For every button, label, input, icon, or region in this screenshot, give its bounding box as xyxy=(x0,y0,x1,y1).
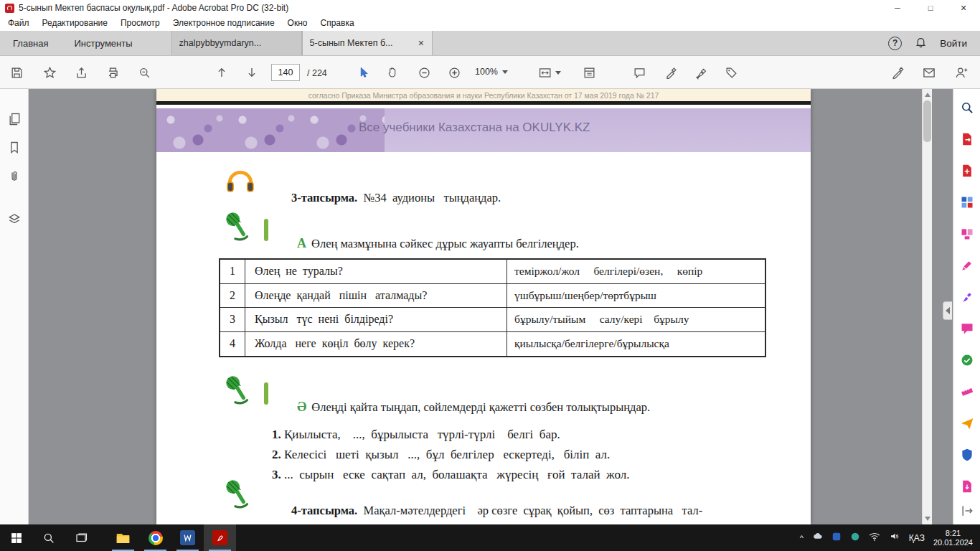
tool-send-signature-icon[interactable] xyxy=(960,416,974,430)
tool-protect-icon[interactable] xyxy=(960,448,974,462)
marquee-zoom-icon[interactable] xyxy=(135,65,154,80)
row-question: Өлең не туралы? xyxy=(245,260,507,283)
file-explorer-button[interactable] xyxy=(107,524,139,551)
forms-icon[interactable] xyxy=(722,65,740,80)
chevron-down-icon xyxy=(502,70,508,74)
sign-icon[interactable] xyxy=(692,65,710,80)
menubar: Файл Редактирование Просмотр Электронное… xyxy=(0,16,980,31)
start-button[interactable] xyxy=(0,524,32,551)
acrobat-icon xyxy=(212,530,227,545)
row-number: 4 xyxy=(220,332,245,357)
tool-combine-files-icon[interactable] xyxy=(960,195,974,209)
menu-help[interactable]: Справка xyxy=(314,16,361,31)
tray-icon-1[interactable] xyxy=(812,531,823,545)
chrome-button[interactable] xyxy=(139,524,171,551)
menu-view[interactable]: Просмотр xyxy=(114,16,166,31)
taskbar-search-icon[interactable] xyxy=(32,524,65,551)
layers-icon[interactable] xyxy=(7,212,22,227)
fit-width-icon[interactable] xyxy=(537,65,562,80)
hand-tool-icon[interactable] xyxy=(383,65,402,80)
tool-comment-icon[interactable] xyxy=(960,321,974,336)
bookmarks-icon[interactable] xyxy=(7,141,22,155)
zoom-in-icon[interactable] xyxy=(445,65,463,80)
clock-time: 8:21 xyxy=(933,529,973,538)
zoom-level-select[interactable]: 100% xyxy=(475,67,508,77)
page-scrolling-icon[interactable] xyxy=(960,504,974,518)
tab-tools[interactable]: Инструменты xyxy=(61,31,145,55)
language-indicator[interactable]: ҚАЗ xyxy=(909,533,925,543)
task3-line: 3-тапсырма. №34 аудионы тыңдаңдар. xyxy=(268,176,501,220)
tray-icon-2[interactable] xyxy=(831,532,842,545)
save-icon[interactable] xyxy=(7,65,26,80)
tool-create-pdf-icon[interactable] xyxy=(960,164,974,178)
titlebar: 5-сынып Мектеп баспасы оқулық.pdf - Adob… xyxy=(0,0,980,16)
taskbar-clock[interactable]: 8:21 20.01.2024 xyxy=(933,529,973,547)
close-button[interactable]: ✕ xyxy=(947,0,980,16)
page-thumbnails-icon[interactable] xyxy=(7,112,22,126)
microphone-icon xyxy=(221,373,255,409)
word-button[interactable] xyxy=(171,524,204,551)
previous-page-icon[interactable] xyxy=(212,65,231,80)
account-person-icon[interactable] xyxy=(951,65,970,80)
exercise-text: ... сырын еске сақтап ал, болашақта жүре… xyxy=(284,468,629,481)
doc-tab-2[interactable]: 5-сынып Мектеп б... ✕ xyxy=(302,31,433,55)
doc-tab-2-close-icon[interactable]: ✕ xyxy=(418,39,424,48)
next-page-icon[interactable] xyxy=(242,65,261,80)
notifications-bell-icon[interactable] xyxy=(915,36,927,51)
maximize-button[interactable]: □ xyxy=(914,0,947,16)
tool-export-pdf-icon[interactable] xyxy=(960,132,974,146)
page-count-label: / 224 xyxy=(307,68,327,78)
comment-icon[interactable] xyxy=(630,65,649,80)
menu-edit[interactable]: Редактирование xyxy=(36,16,114,31)
okulyk-banner: Все учебники Казахстана на OKULYK.KZ xyxy=(156,108,811,152)
star-icon[interactable] xyxy=(40,65,59,80)
row-answers: үшбұрыш/шеңбер/төртбұрыш xyxy=(507,284,765,308)
tab-home[interactable]: Главная xyxy=(0,31,61,55)
tools-panel-collapse-icon[interactable] xyxy=(943,301,952,320)
doc-tab-2-label: 5-сынып Мектеп б... xyxy=(310,38,413,48)
tray-expand-icon[interactable]: ^ xyxy=(800,534,804,542)
menu-window[interactable]: Окно xyxy=(281,16,314,31)
menu-esign[interactable]: Электронное подписание xyxy=(166,16,281,31)
tool-measure-icon[interactable] xyxy=(960,385,974,399)
row-number: 2 xyxy=(220,284,245,308)
highlight-icon[interactable] xyxy=(661,65,680,80)
task4-text: Мақал-мәтелдердегі әр сөзге сұрақ қойып,… xyxy=(363,504,702,517)
page-number-input[interactable] xyxy=(271,64,300,81)
help-icon[interactable]: ? xyxy=(888,37,902,50)
sign-in-button[interactable]: Войти xyxy=(940,38,967,49)
reading-mode-icon[interactable] xyxy=(580,65,598,80)
table-row: 3 Қызыл түс нені білдіреді? бұрылу/тыйым… xyxy=(220,308,765,332)
doc-tab-1[interactable]: zhalpybbyymdaryn... xyxy=(171,31,302,55)
zoom-out-icon[interactable] xyxy=(415,65,433,80)
task-view-icon[interactable] xyxy=(65,524,97,551)
select-tool-icon[interactable] xyxy=(354,65,373,80)
minimize-button[interactable]: ─ xyxy=(881,0,914,16)
tool-fill-sign-icon[interactable] xyxy=(960,290,974,304)
tool-edit-pdf-icon[interactable] xyxy=(960,258,974,273)
tabbar: Главная Инструменты zhalpybbyymdaryn... … xyxy=(0,31,980,56)
volume-icon[interactable] xyxy=(889,531,900,545)
headphones-icon xyxy=(225,168,255,197)
tray-icon-3[interactable] xyxy=(850,532,860,545)
tool-compress-icon[interactable] xyxy=(960,479,974,494)
table-row: 1 Өлең не туралы? теміржол/жол белгілері… xyxy=(220,260,765,284)
word-icon xyxy=(180,530,195,545)
document-scrollbar[interactable] xyxy=(922,89,932,524)
row-number: 3 xyxy=(220,308,245,331)
menu-file[interactable]: Файл xyxy=(1,16,36,31)
tool-stamp-icon[interactable] xyxy=(960,353,974,367)
scroll-up-icon[interactable] xyxy=(925,93,930,97)
print-icon[interactable] xyxy=(103,65,122,80)
attachments-paperclip-icon[interactable] xyxy=(7,169,22,184)
tool-organize-pages-icon[interactable] xyxy=(960,227,974,241)
pdf-page: согласно Приказа Министра образования и … xyxy=(156,89,811,524)
scrollbar-thumb[interactable] xyxy=(923,100,931,142)
scroll-down-icon[interactable] xyxy=(925,517,930,521)
pen-tool-icon[interactable] xyxy=(888,65,907,80)
network-icon[interactable] xyxy=(869,532,880,545)
tool-search-icon[interactable] xyxy=(960,100,974,115)
email-icon[interactable] xyxy=(920,65,938,80)
share-icon[interactable] xyxy=(72,65,90,80)
acrobat-taskbar-button[interactable] xyxy=(204,524,236,551)
